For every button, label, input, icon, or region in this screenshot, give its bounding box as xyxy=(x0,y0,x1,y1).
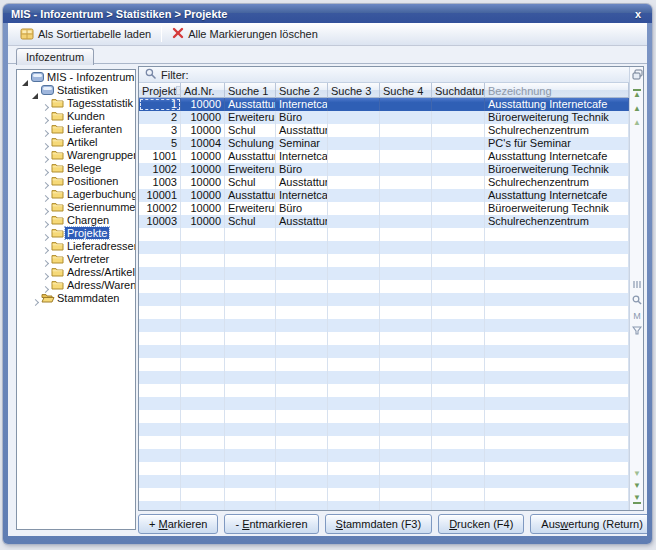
grid-row[interactable]: 100210000ErweiterunBüroBüroerweiterung T… xyxy=(139,163,629,176)
grid-cell-suche4[interactable] xyxy=(380,319,432,332)
grid-cell-suchdatum[interactable] xyxy=(432,241,485,254)
grid-cell-suche3[interactable] xyxy=(328,345,380,358)
grid-empty-row[interactable] xyxy=(139,371,629,384)
filter-icon[interactable] xyxy=(630,325,644,337)
tree-item-kunden[interactable]: Kunden xyxy=(17,109,135,122)
grid-cell-suche2[interactable] xyxy=(276,228,328,241)
grid-cell-suche1[interactable] xyxy=(225,306,276,319)
grid-cell-bezeichnung[interactable] xyxy=(485,410,629,423)
grid-cell-suche3[interactable] xyxy=(328,202,380,215)
grid-cell-suche2[interactable]: Seminar xyxy=(276,137,328,150)
grid-cell-bezeichnung[interactable] xyxy=(485,293,629,306)
grid-empty-row[interactable] xyxy=(139,436,629,449)
grid-cell-suche1[interactable] xyxy=(225,345,276,358)
grid-cell-suche4[interactable] xyxy=(380,228,432,241)
tree-item-belege[interactable]: Belege xyxy=(17,161,135,174)
grid-cell-adnr[interactable] xyxy=(181,267,225,280)
grid-cell-suchdatum[interactable] xyxy=(432,410,485,423)
grid-cell-adnr[interactable]: 10000 xyxy=(181,202,225,215)
grid-cell-suche4[interactable] xyxy=(380,501,432,510)
grid-cell-adnr[interactable] xyxy=(181,384,225,397)
grid-cell-adnr[interactable] xyxy=(181,319,225,332)
grid-cell-suche4[interactable] xyxy=(380,462,432,475)
grid-cell-suchdatum[interactable] xyxy=(432,280,485,293)
grid-cell-projekt[interactable]: 5 xyxy=(139,137,181,150)
grid-cell-bezeichnung[interactable] xyxy=(485,319,629,332)
grid-row[interactable]: 100110000AusstattunInternetcaAusstattung… xyxy=(139,150,629,163)
grid-cell-adnr[interactable] xyxy=(181,306,225,319)
grid-cell-adnr[interactable] xyxy=(181,358,225,371)
grid-cell-bezeichnung[interactable] xyxy=(485,436,629,449)
grid-cell-suchdatum[interactable] xyxy=(432,267,485,280)
grid-cell-bezeichnung[interactable] xyxy=(485,397,629,410)
grid-row[interactable]: 1000310000SchulAusstattunSchulrechenzent… xyxy=(139,215,629,228)
grid-cell-bezeichnung[interactable] xyxy=(485,280,629,293)
grid-cell-projekt[interactable] xyxy=(139,228,181,241)
grid-cell-suche3[interactable] xyxy=(328,215,380,228)
grid-cell-projekt[interactable] xyxy=(139,475,181,488)
filter-bar[interactable]: Filter: xyxy=(139,67,643,83)
tree-item-positionen[interactable]: Positionen xyxy=(17,174,135,187)
grid-cell-adnr[interactable]: 10000 xyxy=(181,150,225,163)
grid-cell-suche4[interactable] xyxy=(380,423,432,436)
grid-row[interactable]: 510004SchulungSeminarPC's für Seminar xyxy=(139,137,629,150)
grid-row[interactable]: 110000AusstattunInternetcaAusstattung In… xyxy=(139,98,629,111)
grid-cell-bezeichnung[interactable]: PC's für Seminar xyxy=(485,137,629,150)
grid-cell-suche2[interactable] xyxy=(276,436,328,449)
grid-cell-adnr[interactable] xyxy=(181,449,225,462)
grid-cell-bezeichnung[interactable]: Ausstattung Internetcafe xyxy=(485,98,629,111)
grid-cell-bezeichnung[interactable] xyxy=(485,449,629,462)
grid-cell-suche4[interactable] xyxy=(380,163,432,176)
grid-cell-adnr[interactable] xyxy=(181,241,225,254)
grid-cell-projekt[interactable] xyxy=(139,488,181,501)
grid-cell-suchdatum[interactable] xyxy=(432,462,485,475)
grid-cell-bezeichnung[interactable] xyxy=(485,228,629,241)
grid-cell-suche1[interactable] xyxy=(225,488,276,501)
grid-cell-suche3[interactable] xyxy=(328,280,380,293)
grid-cell-suche4[interactable] xyxy=(380,332,432,345)
mark-icon[interactable]: M xyxy=(630,312,644,321)
grid-cell-suche3[interactable] xyxy=(328,293,380,306)
grid-empty-row[interactable] xyxy=(139,488,629,501)
grid-cell-suche2[interactable] xyxy=(276,293,328,306)
grid-cell-suche3[interactable] xyxy=(328,241,380,254)
grid-cell-suchdatum[interactable] xyxy=(432,371,485,384)
grid-cell-suche2[interactable] xyxy=(276,319,328,332)
grid-cell-suche3[interactable] xyxy=(328,462,380,475)
tree-item-artikel[interactable]: Artikel xyxy=(17,135,135,148)
grid-cell-suche1[interactable] xyxy=(225,475,276,488)
grid-cell-suche3[interactable] xyxy=(328,228,380,241)
grid-cell-projekt[interactable] xyxy=(139,501,181,510)
grid-cell-bezeichnung[interactable] xyxy=(485,488,629,501)
grid-cell-suche2[interactable] xyxy=(276,280,328,293)
grid-cell-projekt[interactable] xyxy=(139,371,181,384)
tree-item-vertreter[interactable]: Vertreter xyxy=(17,252,135,265)
grid-cell-adnr[interactable]: 10000 xyxy=(181,176,225,189)
grid-cell-suchdatum[interactable] xyxy=(432,345,485,358)
grid-cell-bezeichnung[interactable] xyxy=(485,241,629,254)
grid-cell-suche1[interactable] xyxy=(225,358,276,371)
grid-cell-suchdatum[interactable] xyxy=(432,176,485,189)
grid-cell-suche4[interactable] xyxy=(380,280,432,293)
grid-cell-suche4[interactable] xyxy=(380,150,432,163)
entmarkieren-button[interactable]: - Entmarkieren xyxy=(224,514,318,534)
grid-cell-suche2[interactable] xyxy=(276,345,328,358)
grid-cell-bezeichnung[interactable] xyxy=(485,501,629,510)
grid-cell-adnr[interactable] xyxy=(181,501,225,510)
grid-cell-suche1[interactable] xyxy=(225,332,276,345)
grid-cell-bezeichnung[interactable] xyxy=(485,267,629,280)
grid-cell-suchdatum[interactable] xyxy=(432,137,485,150)
grid-cell-suche3[interactable] xyxy=(328,423,380,436)
grid-cell-suchdatum[interactable] xyxy=(432,215,485,228)
grid-cell-suche3[interactable] xyxy=(328,475,380,488)
drucken-f4-button[interactable]: Drucken (F4) xyxy=(438,514,524,534)
grid-cell-suche2[interactable]: Büro xyxy=(276,111,328,124)
grid-cell-suche3[interactable] xyxy=(328,163,380,176)
tree-item-stammdaten[interactable]: Stammdaten xyxy=(17,291,135,304)
tree-item-lieferadressen[interactable]: Lieferadressen xyxy=(17,239,135,252)
grid-cell-suche2[interactable]: Ausstattun xyxy=(276,215,328,228)
grid-cell-suche1[interactable] xyxy=(225,410,276,423)
grid-cell-suche4[interactable] xyxy=(380,111,432,124)
grid-cell-suchdatum[interactable] xyxy=(432,254,485,267)
grid-row[interactable]: 1000110000AusstattunInternetcaAusstattun… xyxy=(139,189,629,202)
